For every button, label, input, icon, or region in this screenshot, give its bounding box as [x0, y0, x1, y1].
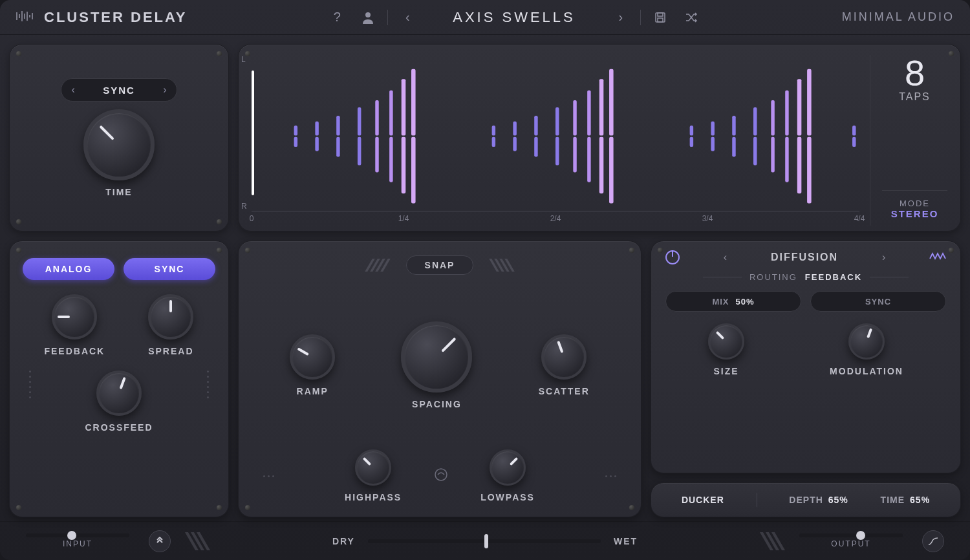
fx-prev-icon[interactable]: ‹: [724, 252, 727, 263]
svg-rect-18: [358, 137, 361, 166]
output-slider[interactable]: [799, 533, 903, 537]
tap-canvas[interactable]: L R: [252, 55, 859, 211]
svg-rect-28: [492, 137, 495, 147]
svg-rect-44: [690, 137, 693, 147]
user-icon[interactable]: [356, 6, 380, 29]
ducker-title[interactable]: DUCKER: [682, 495, 724, 505]
modulation-knob[interactable]: [848, 323, 885, 360]
top-bar: CLUSTER DELAY ? ‹ AXIS SWELLS › MINIMAL …: [0, 0, 970, 35]
sync-button[interactable]: SYNC: [124, 258, 215, 280]
stripe-deco-right-icon: [493, 259, 511, 272]
time-panel: ‹ SYNC › TIME: [9, 44, 229, 232]
svg-rect-19: [375, 100, 378, 136]
svg-rect-26: [411, 137, 416, 204]
svg-rect-42: [609, 137, 614, 204]
svg-rect-31: [534, 116, 537, 136]
plugin-window: CLUSTER DELAY ? ‹ AXIS SWELLS › MINIMAL …: [0, 0, 970, 560]
tap-visualizer: L R: [238, 44, 961, 232]
ducker-depth[interactable]: DEPTH65%: [789, 495, 848, 505]
shuffle-icon[interactable]: [680, 6, 703, 29]
svg-rect-53: [785, 91, 788, 136]
time-knob[interactable]: [83, 109, 155, 180]
svg-rect-54: [785, 137, 788, 182]
taps-count[interactable]: 8 TAPS: [899, 55, 931, 103]
svg-rect-39: [599, 79, 604, 135]
routing-value[interactable]: FEEDBACK: [805, 272, 862, 282]
limiter-icon[interactable]: [922, 530, 944, 552]
save-icon[interactable]: [649, 6, 672, 29]
fx-mix-pill[interactable]: MIX 50%: [665, 291, 801, 312]
footer-bar: INPUT DRY WET OUTPUT: [0, 521, 970, 560]
channel-r-label: R: [241, 202, 247, 211]
svg-rect-35: [573, 100, 576, 136]
svg-rect-20: [375, 137, 378, 173]
ducker-time[interactable]: TIME65%: [881, 495, 930, 505]
preset-next-icon[interactable]: ›: [609, 6, 632, 29]
modulation-label: MODULATION: [830, 366, 903, 376]
ramp-knob[interactable]: [290, 334, 335, 380]
svg-rect-11: [294, 125, 297, 135]
input-label: INPUT: [63, 539, 92, 548]
svg-rect-59: [852, 125, 856, 135]
svg-rect-23: [402, 79, 406, 135]
feedback-label: FEEDBACK: [44, 346, 105, 356]
fx-title[interactable]: DIFFUSION: [771, 252, 838, 263]
time-mode-next-icon[interactable]: ›: [153, 84, 177, 96]
expand-up-icon[interactable]: [149, 530, 171, 552]
fx-wave-icon[interactable]: [929, 251, 946, 264]
feedback-knob[interactable]: [52, 294, 97, 339]
wet-label: WET: [614, 536, 638, 546]
svg-rect-37: [587, 91, 590, 136]
stereo-mode[interactable]: MODE STEREO: [882, 190, 947, 219]
svg-rect-33: [555, 107, 559, 136]
highpass-label: HIGHPASS: [345, 492, 402, 502]
svg-rect-48: [732, 137, 735, 157]
stripe-deco-left-icon: [369, 259, 387, 272]
svg-rect-32: [534, 137, 537, 157]
channel-l-label: L: [241, 55, 246, 64]
spacing-knob[interactable]: [401, 321, 472, 393]
svg-rect-55: [797, 79, 802, 135]
svg-rect-21: [389, 91, 393, 136]
svg-rect-12: [294, 137, 297, 147]
fx-next-icon[interactable]: ›: [882, 252, 885, 263]
scatter-knob[interactable]: [541, 334, 587, 380]
svg-rect-16: [336, 137, 339, 157]
svg-rect-22: [389, 137, 393, 182]
preset-name[interactable]: AXIS SWELLS: [427, 9, 601, 26]
svg-rect-50: [753, 137, 757, 166]
time-mode-label[interactable]: SYNC: [85, 85, 153, 96]
output-label: OUTPUT: [831, 539, 870, 548]
time-knob-label: TIME: [105, 187, 132, 197]
svg-rect-38: [587, 137, 590, 182]
lowpass-knob[interactable]: [490, 449, 526, 486]
fx-sync-pill[interactable]: SYNC: [810, 291, 946, 312]
fx-panel: ‹ DIFFUSION › ROUTING FEEDBACK: [651, 241, 961, 473]
fx-power-icon[interactable]: [665, 250, 680, 264]
svg-rect-58: [807, 137, 812, 204]
svg-rect-29: [513, 122, 516, 136]
lowpass-label: LOWPASS: [480, 492, 535, 502]
feedback-panel: ANALOG SYNC FEEDBACK SPREAD: [9, 241, 229, 517]
filter-link-icon[interactable]: [434, 468, 448, 484]
input-slider[interactable]: [26, 533, 129, 537]
help-icon[interactable]: ?: [325, 6, 349, 29]
ducker-panel: DUCKER DEPTH65% TIME65%: [651, 482, 961, 517]
tap-bars-icon: [252, 55, 859, 217]
svg-rect-52: [771, 137, 774, 173]
scatter-label: SCATTER: [539, 386, 590, 396]
dry-wet-slider[interactable]: [368, 539, 601, 543]
svg-rect-60: [852, 137, 856, 147]
preset-prev-icon[interactable]: ‹: [396, 6, 419, 29]
time-mode-prev-icon[interactable]: ‹: [61, 84, 85, 96]
svg-rect-27: [492, 125, 495, 135]
spread-knob[interactable]: [148, 294, 193, 339]
svg-rect-14: [315, 137, 318, 151]
analog-button[interactable]: ANALOG: [23, 258, 114, 280]
svg-rect-13: [315, 122, 318, 136]
size-knob[interactable]: [708, 323, 744, 360]
snap-button[interactable]: SNAP: [406, 255, 474, 275]
crossfeed-knob[interactable]: [96, 371, 142, 416]
svg-rect-49: [753, 107, 757, 136]
highpass-knob[interactable]: [355, 449, 391, 486]
